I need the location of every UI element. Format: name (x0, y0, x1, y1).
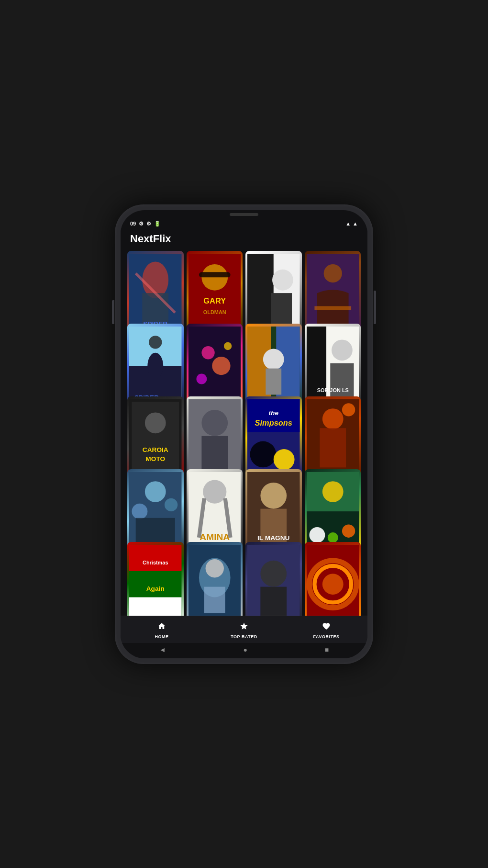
movie-poster-5: SPIDER VERSE (127, 324, 184, 408)
settings-icon: ⚙ (139, 221, 144, 227)
svg-point-63 (203, 480, 226, 503)
svg-rect-34 (307, 327, 326, 405)
svg-point-27 (223, 342, 231, 349)
movie-card[interactable]: IL MAGNU (245, 469, 302, 553)
svg-point-6 (201, 264, 228, 290)
svg-point-73 (322, 481, 343, 502)
settings2-icon: ⚙ (146, 221, 151, 227)
movie-poster-20 (305, 542, 361, 616)
svg-rect-36 (330, 363, 354, 400)
movie-card[interactable]: SPIDER VERSE (127, 324, 184, 408)
power-button[interactable] (374, 291, 376, 324)
movie-card[interactable] (245, 542, 302, 616)
bottom-navigation: HOME TOP RATED FAVORITES (121, 616, 367, 643)
movie-poster-13 (127, 469, 184, 553)
svg-rect-55 (320, 428, 346, 467)
back-button[interactable]: ◄ (159, 646, 166, 654)
movie-poster-15: IL MAGNU (245, 469, 302, 553)
svg-text:the: the (268, 409, 278, 416)
svg-text:IL MAGNU: IL MAGNU (257, 534, 289, 541)
svg-rect-32 (266, 368, 281, 395)
svg-point-35 (332, 339, 353, 361)
recents-button[interactable]: ■ (325, 646, 329, 654)
home-button[interactable]: ● (243, 646, 247, 654)
heart-icon (322, 622, 331, 633)
svg-rect-7 (199, 272, 230, 277)
home-icon (157, 622, 166, 633)
nav-favorites[interactable]: FAVORITES (285, 620, 367, 641)
movie-card[interactable]: AMINA (187, 469, 243, 553)
svg-rect-78 (129, 545, 182, 571)
svg-rect-89 (260, 586, 287, 615)
svg-rect-46 (189, 399, 241, 478)
svg-text:CAROIA: CAROIA (143, 446, 168, 453)
movie-grid: SPIDER GARY OLDMAN (121, 251, 367, 616)
movie-card[interactable]: CAROIA MOTO (127, 396, 184, 481)
movie-poster-2: GARY OLDMAN (187, 251, 243, 335)
movie-card[interactable] (245, 251, 302, 335)
wifi-icon: ▲ (345, 221, 351, 226)
movie-poster-7 (245, 324, 302, 408)
movie-card[interactable] (127, 469, 184, 553)
svg-text:GARY: GARY (203, 296, 226, 305)
movie-poster-9: CAROIA MOTO (127, 396, 184, 481)
phone-screen: 09 ⚙ ⚙ 🔋 ▲ ▲ NextFlix (121, 210, 367, 658)
svg-point-15 (323, 264, 342, 282)
movie-card[interactable]: GARY OLDMAN (187, 251, 243, 335)
svg-point-93 (322, 574, 343, 595)
movie-poster-3 (245, 251, 302, 335)
battery-icon: 🔋 (154, 221, 161, 227)
movie-poster-18 (187, 542, 243, 616)
movie-poster-11: the Simpsons (245, 396, 302, 481)
movie-card[interactable]: SOR JON LS (305, 324, 361, 408)
svg-text:Again: Again (146, 585, 165, 592)
status-right: ▲ ▲ (345, 221, 358, 226)
svg-text:OLDMAN: OLDMAN (203, 309, 226, 315)
app-header: NextFlix (121, 229, 367, 251)
svg-rect-11 (247, 254, 274, 332)
movie-card[interactable] (305, 542, 361, 616)
svg-point-58 (145, 481, 166, 502)
nav-home[interactable]: HOME (121, 620, 203, 641)
movie-card[interactable]: Christmas Again (127, 542, 184, 616)
status-left: 09 ⚙ ⚙ 🔋 (130, 221, 161, 227)
movie-card[interactable]: SPIDER (127, 251, 184, 335)
movie-card[interactable] (305, 469, 361, 553)
movie-card[interactable] (187, 396, 243, 481)
svg-point-74 (309, 527, 325, 542)
svg-point-75 (342, 524, 355, 537)
movie-poster-14: AMINA (187, 469, 243, 553)
movie-poster-12 (305, 396, 361, 481)
star-icon (240, 622, 248, 633)
svg-text:Christmas: Christmas (143, 560, 168, 565)
movie-card[interactable] (305, 396, 361, 481)
nav-top-rated-label: TOP RATED (231, 634, 257, 639)
svg-point-19 (147, 352, 163, 379)
svg-point-56 (342, 403, 355, 416)
svg-text:Simpsons: Simpsons (255, 418, 292, 427)
phone-frame: 09 ⚙ ⚙ 🔋 ▲ ▲ NextFlix (115, 204, 373, 664)
movie-poster-16 (305, 469, 361, 553)
movie-card[interactable] (187, 542, 243, 616)
svg-rect-85 (204, 586, 225, 613)
svg-rect-16 (314, 306, 351, 310)
volume-button[interactable] (112, 300, 114, 324)
svg-point-54 (322, 408, 343, 429)
svg-point-60 (165, 498, 177, 511)
movie-card[interactable] (245, 324, 302, 408)
movie-card[interactable] (305, 251, 361, 335)
svg-point-59 (132, 503, 147, 519)
svg-point-20 (149, 336, 162, 349)
svg-point-76 (327, 532, 338, 542)
status-bar: 09 ⚙ ⚙ 🔋 ▲ ▲ (121, 217, 367, 229)
signal-icon: ▲ (353, 221, 358, 226)
movie-card[interactable] (187, 324, 243, 408)
movie-poster-4 (305, 251, 361, 335)
nav-top-rated[interactable]: TOP RATED (203, 620, 285, 641)
movie-poster-1: SPIDER (127, 251, 184, 335)
android-nav-bar: ◄ ● ■ (121, 643, 367, 658)
movie-poster-19 (245, 542, 302, 616)
svg-text:SOR JON LS: SOR JON LS (317, 387, 348, 393)
nav-favorites-label: FAVORITES (313, 634, 340, 639)
movie-card[interactable]: the Simpsons (245, 396, 302, 481)
